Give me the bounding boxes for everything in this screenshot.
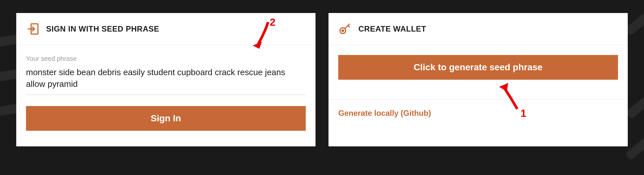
svg-point-3 — [342, 30, 343, 32]
create-wallet-card: CREATE WALLET Click to generate seed phr… — [328, 13, 628, 146]
login-icon — [26, 22, 40, 36]
generate-seed-button[interactable]: Click to generate seed phrase — [338, 55, 618, 80]
key-icon — [338, 22, 352, 36]
create-header: CREATE WALLET — [328, 13, 628, 45]
signin-card: SIGN IN WITH SEED PHRASE Your seed phras… — [16, 13, 316, 146]
create-footer: Generate locally (Github) — [328, 99, 628, 127]
signin-body: Your seed phrase Sign In — [16, 45, 316, 141]
signin-header: SIGN IN WITH SEED PHRASE — [16, 13, 316, 45]
generate-locally-link[interactable]: Generate locally (Github) — [338, 109, 431, 117]
seed-phrase-label: Your seed phrase — [26, 55, 306, 62]
create-body: Click to generate seed phrase — [328, 45, 628, 89]
create-title: CREATE WALLET — [358, 24, 426, 34]
seed-phrase-input[interactable] — [26, 66, 306, 95]
signin-title: SIGN IN WITH SEED PHRASE — [46, 24, 159, 34]
signin-button[interactable]: Sign In — [26, 106, 306, 131]
